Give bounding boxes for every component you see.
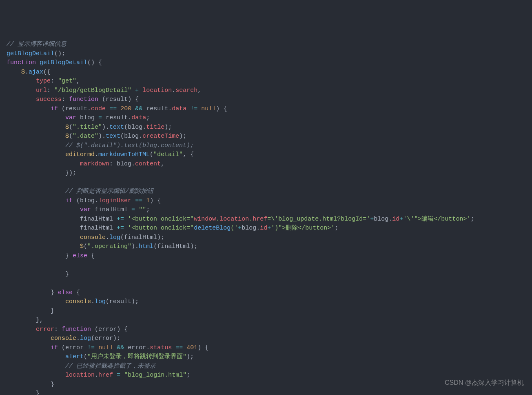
keyword-function: function xyxy=(7,59,36,66)
property-url: url xyxy=(36,87,47,94)
comment-line: // 判断是否显示编辑/删除按钮 xyxy=(65,188,153,195)
string-url: "/blog/getBlogDetail" xyxy=(54,87,131,94)
function-name: getBlogDetail xyxy=(40,59,87,66)
keyword-if: if xyxy=(51,105,58,112)
comment-line: // $(".detail").text(blog.content); xyxy=(65,142,194,149)
watermark-text: CSDN @杰深入学习计算机 xyxy=(445,378,524,388)
string-get: "get" xyxy=(58,78,76,85)
param-result: result xyxy=(106,96,128,103)
ajax-call: ajax xyxy=(29,69,43,76)
function-call: getBlogDetail xyxy=(7,50,54,57)
comment-line: // 显示博客详细信息 xyxy=(7,41,66,48)
property-success: success xyxy=(36,96,62,103)
code-editor[interactable]: // 显示博客详细信息 getBlogDetail(); function ge… xyxy=(7,40,525,395)
comment-line: // 已经被拦截器拦截了，未登录 xyxy=(65,363,156,370)
keyword-function: function xyxy=(69,96,98,103)
jquery-symbol: $ xyxy=(21,69,25,76)
search-prop: search xyxy=(175,87,197,94)
location-obj: location xyxy=(142,87,172,94)
property-type: type xyxy=(36,78,51,85)
